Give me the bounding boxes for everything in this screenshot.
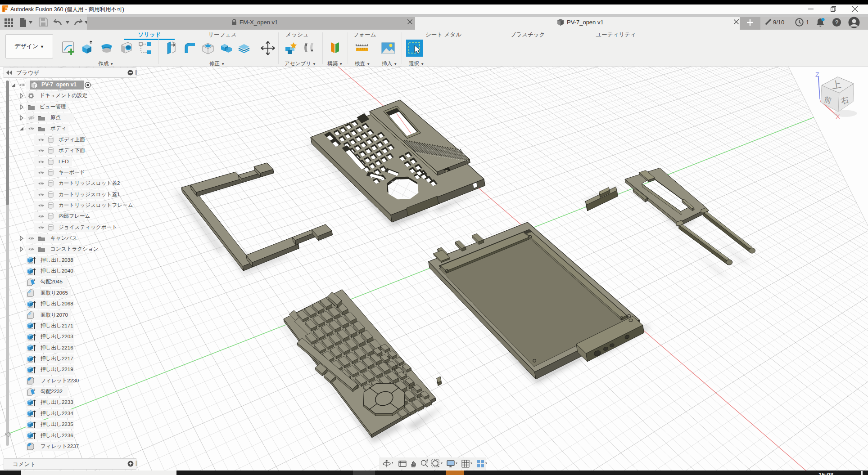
svg-text:?: ?	[835, 19, 838, 26]
svg-text:上: 上	[831, 79, 841, 90]
svg-text:Z: Z	[815, 71, 819, 78]
